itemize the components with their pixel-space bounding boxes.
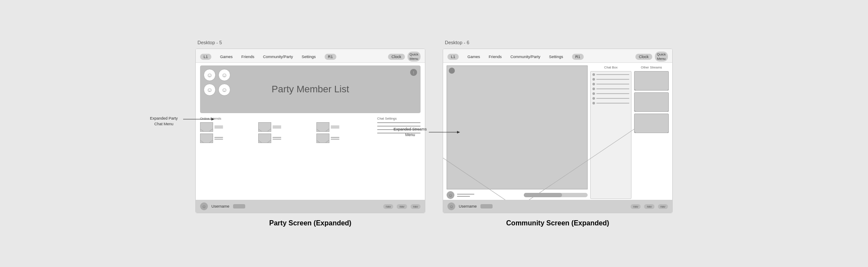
friend-item-5[interactable] [258, 134, 315, 143]
party-clock-btn[interactable]: Clock [388, 54, 405, 60]
other-streams-panel: Other Streams [634, 65, 669, 199]
party-l1-btn[interactable]: L1 [200, 54, 211, 60]
other-stream-thumb-3[interactable] [634, 114, 669, 133]
community-clock-btn[interactable]: Clock [635, 54, 652, 60]
stream-video [447, 65, 588, 189]
friend-thumb-6 [316, 134, 329, 143]
other-stream-thumb-1[interactable] [634, 71, 669, 91]
community-top-nav: L1 Games Friends Community/Party Setting… [443, 49, 672, 63]
party-nav-friends[interactable]: Friends [241, 55, 254, 59]
party-nav-settings[interactable]: Settings [302, 55, 316, 59]
community-annotation-arrow [429, 126, 464, 139]
community-bottom-btn-3[interactable]: nav [658, 204, 668, 209]
party-member-list-label: Party Member List [272, 84, 349, 95]
friend-line [331, 137, 339, 138]
stream-progress-bar[interactable] [524, 193, 588, 197]
chat-msg-1 [592, 73, 629, 76]
chat-msg-6 [592, 97, 629, 100]
other-stream-thumb-2[interactable] [634, 92, 669, 112]
party-screen-wrapper: Desktop - 5 Expanded Party Chat Menu L1 … [195, 40, 425, 227]
community-bottom-btn-2[interactable]: nav [644, 204, 654, 209]
friend-line [273, 137, 281, 138]
chat-msg-5 [592, 92, 629, 95]
friend-item-3[interactable] [316, 122, 373, 132]
party-bottom-bar: ☺ Username nav nav nav [196, 200, 425, 213]
party-content-area: ☺ ☺ ☺ ☺ Party Member List ⋮ Online Frien… [196, 63, 425, 202]
friend-item-6[interactable] [316, 134, 373, 143]
community-nav-community[interactable]: Community/Party [510, 55, 540, 59]
party-annotation-text: Expanded Party Chat Menu [145, 116, 182, 127]
party-bottom-avatar: ☺ [200, 202, 208, 210]
friend-line [214, 137, 223, 138]
svg-marker-3 [457, 131, 460, 134]
party-bottom-btn-1[interactable]: nav [383, 204, 393, 209]
friend-lines-6 [331, 137, 339, 140]
community-screen-title: Community Screen (Expanded) [506, 219, 609, 227]
party-bottom-username: Username [211, 204, 230, 208]
chat-msg-3 [592, 83, 629, 85]
chat-dot-6 [592, 97, 595, 100]
party-avatar-3: ☺ [204, 84, 216, 96]
party-bottom-btn-2[interactable]: nav [397, 204, 407, 209]
friend-line [214, 126, 223, 127]
community-screen-wrapper: Desktop - 6 Expanded StreamsMenu L1 Game… [443, 40, 673, 227]
chat-msg-4 [592, 88, 629, 90]
party-screen-title: Party Screen (Expanded) [269, 219, 351, 227]
chat-box-panel: Chat Box [590, 65, 631, 199]
community-bottom-btn-1[interactable]: nav [631, 204, 641, 209]
chat-msg-line-5 [596, 93, 629, 94]
chat-msg-line-7 [596, 103, 629, 104]
friend-line [214, 127, 223, 128]
other-streams-label: Other Streams [634, 65, 669, 69]
friend-thumb-5 [258, 134, 271, 143]
party-nav-games[interactable]: Games [220, 55, 233, 59]
community-nav-friends[interactable]: Friends [489, 55, 502, 59]
chat-dot-1 [592, 73, 595, 76]
stream-name-line [457, 194, 474, 195]
chat-msg-2 [592, 78, 629, 81]
friend-line [273, 127, 281, 128]
party-screen-frame: L1 Games Friends Community/Party Setting… [195, 49, 425, 213]
party-avatar-2: ☺ [218, 69, 230, 81]
chat-msg-line-4 [596, 88, 629, 89]
expand-indicator[interactable]: ⋮ [410, 69, 417, 76]
party-r1-btn[interactable]: R1 [325, 54, 337, 60]
party-bottom-status [233, 204, 245, 208]
stream-controls: ☺ [447, 191, 588, 199]
party-member-list-box: ☺ ☺ ☺ ☺ Party Member List ⋮ [200, 65, 421, 113]
friend-line [331, 126, 339, 127]
community-quick-menu-btn[interactable]: QuickMenu [655, 52, 668, 62]
friend-line [331, 127, 339, 128]
stream-main: ☺ [447, 65, 588, 199]
community-bottom-status [480, 204, 493, 208]
community-bottom-avatar: ☺ [447, 202, 455, 210]
party-bottom-btn-3[interactable]: nav [411, 204, 421, 209]
chat-dot-5 [592, 92, 595, 95]
party-top-nav: L1 Games Friends Community/Party Setting… [196, 49, 425, 63]
chat-line-1 [377, 122, 421, 123]
community-l1-btn[interactable]: L1 [447, 54, 459, 60]
friend-thumb-3 [316, 122, 329, 132]
friend-lines-4 [214, 137, 223, 140]
party-nav-community[interactable]: Community/Party [263, 55, 293, 59]
community-r1-btn[interactable]: R1 [572, 54, 584, 60]
community-bottom-bar: ☺ Username nav nav nav [443, 200, 672, 213]
community-nav-settings[interactable]: Settings [549, 55, 563, 59]
stream-user-indicator [449, 68, 455, 74]
party-quick-menu-btn[interactable]: QuickMenu [408, 52, 421, 62]
friend-item-2[interactable] [258, 122, 315, 132]
chat-dot-4 [592, 88, 595, 90]
friend-thumb-4 [200, 134, 213, 143]
community-content-area: ☺ Chat Box [443, 63, 672, 202]
svg-marker-1 [211, 118, 214, 120]
friend-line [214, 139, 223, 140]
desktop-label-6: Desktop - 6 [445, 40, 469, 45]
friend-item-4[interactable] [200, 134, 256, 143]
party-avatar-4: ☺ [218, 84, 230, 96]
chat-msg-line-6 [596, 98, 629, 99]
community-nav-games[interactable]: Games [467, 55, 480, 59]
friend-lines-3 [331, 126, 339, 128]
chat-settings-label: Chat Settings [377, 117, 421, 120]
friend-lines-5 [273, 137, 281, 140]
friend-line [273, 139, 281, 140]
